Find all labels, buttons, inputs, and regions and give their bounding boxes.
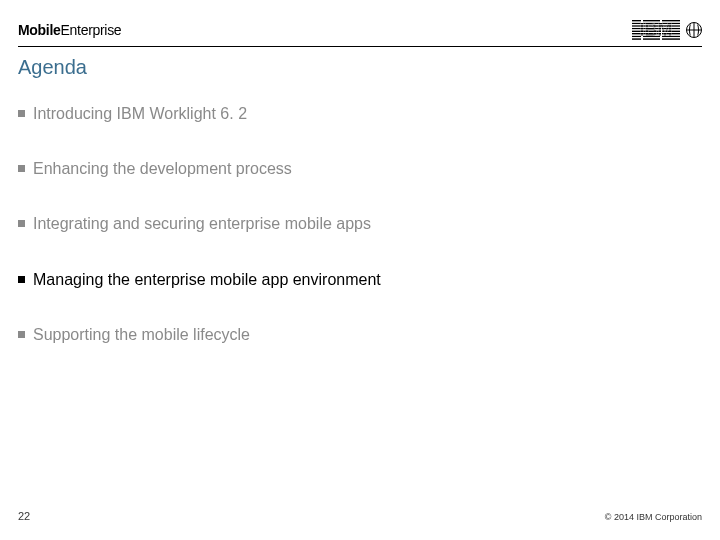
brand-light: Enterprise (61, 22, 122, 38)
agenda-item: Integrating and securing enterprise mobi… (18, 214, 690, 233)
svg-rect-13 (632, 24, 680, 25)
agenda-item: Enhancing the development process (18, 159, 690, 178)
svg-rect-16 (632, 32, 680, 33)
brand-bold: Mobile (18, 22, 61, 38)
agenda-item-text: Enhancing the development process (33, 159, 292, 178)
svg-rect-12 (632, 22, 680, 23)
slide: MobileEnterprise (0, 0, 720, 540)
svg-rect-14 (632, 27, 680, 28)
svg-rect-15 (632, 29, 680, 30)
agenda-item-text: Supporting the mobile lifecycle (33, 325, 250, 344)
bullet-icon (18, 220, 25, 227)
logo-wrap: IBM IBM (632, 20, 702, 40)
ibm-logo-icon: IBM IBM (632, 20, 680, 40)
agenda-item-text: Integrating and securing enterprise mobi… (33, 214, 371, 233)
svg-rect-17 (632, 35, 680, 36)
agenda-item-active: Managing the enterprise mobile app envir… (18, 270, 690, 289)
slide-title: Agenda (18, 56, 87, 79)
agenda-item-text: Managing the enterprise mobile app envir… (33, 270, 381, 289)
agenda-list: Introducing IBM Worklight 6. 2 Enhancing… (18, 104, 690, 380)
copyright: © 2014 IBM Corporation (605, 512, 702, 522)
agenda-item: Supporting the mobile lifecycle (18, 325, 690, 344)
brand: MobileEnterprise (18, 22, 121, 38)
bullet-icon (18, 165, 25, 172)
agenda-item: Introducing IBM Worklight 6. 2 (18, 104, 690, 123)
bullet-icon (18, 331, 25, 338)
bullet-icon (18, 110, 25, 117)
header: MobileEnterprise (18, 20, 702, 47)
page-number: 22 (18, 510, 30, 522)
globe-icon (686, 22, 702, 38)
agenda-item-text: Introducing IBM Worklight 6. 2 (33, 104, 247, 123)
bullet-icon (18, 276, 25, 283)
svg-rect-18 (632, 37, 680, 38)
